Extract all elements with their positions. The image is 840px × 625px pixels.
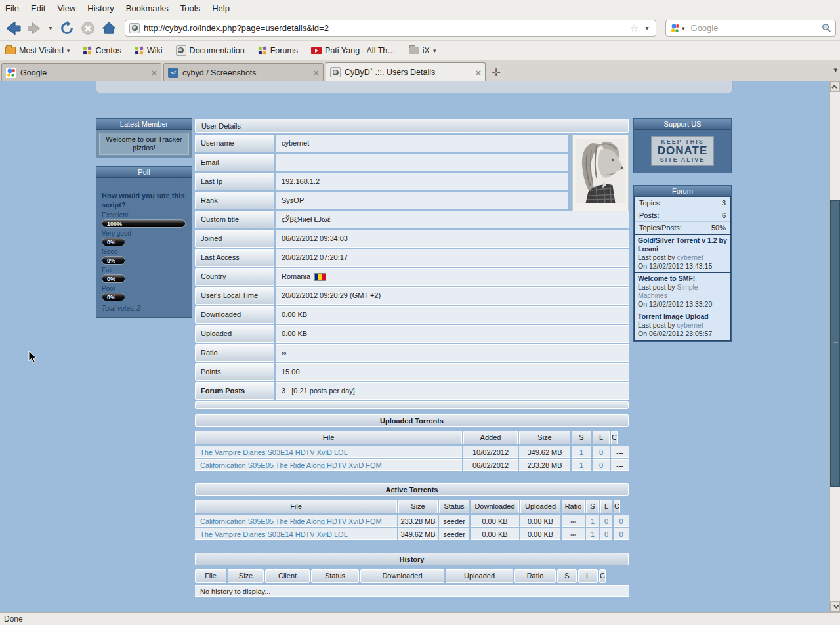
- reload-button[interactable]: [58, 19, 76, 37]
- torrent-size: 233.28 MB: [398, 515, 438, 527]
- scrollbar-down-button[interactable]: [830, 601, 840, 612]
- history-dropdown-button[interactable]: ▾: [46, 20, 55, 36]
- forward-button[interactable]: [25, 19, 43, 37]
- post-author[interactable]: cybernet: [677, 253, 704, 261]
- menu-tools[interactable]: Tools: [180, 3, 200, 13]
- seeders-link[interactable]: 1: [579, 462, 583, 469]
- forum-post-date: On 12/02/2012 13:43:15: [638, 262, 727, 270]
- search-engine-selector[interactable]: ▾: [670, 23, 688, 33]
- search-input[interactable]: Google: [691, 23, 819, 33]
- bookmark-forums[interactable]: Forums: [258, 46, 298, 55]
- search-magnifier-icon[interactable]: [822, 23, 831, 33]
- latest-member-message: Welcome to our Tracker pizdos!: [99, 133, 189, 155]
- seeders-link[interactable]: 1: [591, 517, 595, 525]
- forum-post-title[interactable]: Torrent Image Upload: [638, 312, 727, 321]
- tab-close-button[interactable]: ×: [313, 67, 319, 78]
- column-header: Uploaded: [520, 500, 560, 513]
- bookmark-documentation[interactable]: Documentation: [176, 45, 245, 56]
- navigation-toolbar: ▾ http://cybyd.ro/index.php?page=userdet…: [0, 16, 840, 41]
- url-dropdown-button[interactable]: ▾: [642, 20, 652, 36]
- scrollbar-thumb[interactable]: [830, 200, 840, 487]
- torrent-link[interactable]: Californication S05E05 The Ride Along HD…: [200, 462, 382, 469]
- menu-help[interactable]: Help: [212, 3, 230, 13]
- menu-bookmarks[interactable]: Bookmarks: [126, 3, 169, 13]
- forum-post-title[interactable]: Gold/Silver Torrent v 1.2 by Losmi: [638, 236, 727, 253]
- tab-users-details-active[interactable]: CyByD` .::. Users Details ×: [326, 62, 486, 81]
- page-scrollbar[interactable]: [830, 81, 840, 612]
- field-label: Country: [195, 268, 274, 286]
- menu-file[interactable]: File: [5, 3, 19, 13]
- bookmark-wiki[interactable]: Wiki: [135, 46, 163, 55]
- tab-google[interactable]: Google ×: [1, 63, 161, 81]
- tab-cybyd-screenshots[interactable]: sf cybyd / Screenshots ×: [163, 63, 324, 81]
- leechers-link[interactable]: 0: [604, 517, 608, 525]
- table-row: Custom titleçЎβξЯиęł ŁЈωέ: [195, 211, 629, 228]
- poll-result-bar: 0%: [102, 256, 125, 265]
- menu-view[interactable]: View: [57, 3, 75, 13]
- table-row: Californication S05E05 The Ride Along HD…: [195, 459, 629, 471]
- bookmark-ix-folder[interactable]: iX ▾: [409, 46, 436, 55]
- history-title: History: [195, 553, 629, 565]
- search-bar[interactable]: ▾ Google: [665, 20, 836, 37]
- new-tab-button[interactable]: ✛: [488, 64, 505, 80]
- url-text[interactable]: http://cybyd.ro/index.php?page=userdetai…: [144, 23, 626, 33]
- forum-post-date: On 06/02/2012 23:05:57: [638, 330, 727, 338]
- torrent-link[interactable]: The Vampire Diaries S03E14 HDTV XviD LOL: [200, 530, 348, 538]
- menu-edit[interactable]: Edit: [31, 3, 45, 13]
- scrollbar-up-button[interactable]: [830, 81, 840, 92]
- torrent-size: 349.62 MB: [398, 528, 438, 540]
- folder-icon: [5, 47, 16, 54]
- bookmark-star-icon[interactable]: ☆: [630, 22, 639, 34]
- post-author[interactable]: cybernet: [677, 321, 704, 329]
- bookmark-centos[interactable]: Centos: [83, 46, 121, 55]
- torrent-link[interactable]: Californication S05E05 The Ride Along HD…: [200, 517, 382, 525]
- stop-icon: [81, 21, 95, 35]
- torrent-link[interactable]: The Vampire Diaries S03E14 HDTV XviD LOL: [200, 448, 348, 456]
- bookmark-most-visited[interactable]: Most Visited ▾: [5, 46, 70, 55]
- tab-close-button[interactable]: ×: [151, 67, 157, 78]
- column-header: Downloaded: [360, 569, 444, 583]
- completed-link[interactable]: 0: [619, 517, 623, 525]
- leechers-link[interactable]: 0: [604, 530, 608, 538]
- column-header: S: [586, 500, 599, 513]
- table-row: The Vampire Diaries S03E14 HDTV XviD LOL…: [195, 528, 629, 540]
- bookmark-label: Wiki: [147, 46, 163, 55]
- column-header: C: [611, 431, 618, 444]
- donate-button[interactable]: KEEP THIS DONATE SITE ALIVE: [651, 136, 714, 166]
- field-label: Email: [195, 154, 274, 171]
- back-button[interactable]: [4, 19, 22, 37]
- forum-post-title[interactable]: Welcome to SMF!: [638, 274, 727, 283]
- uploaded-torrents-header: File Added Size S L C: [195, 431, 629, 444]
- tab-close-button[interactable]: ×: [475, 67, 481, 78]
- last-post-by-label: Last post by: [638, 253, 677, 261]
- stop-button[interactable]: [79, 19, 97, 37]
- field-label: Username: [195, 135, 274, 152]
- completed-link[interactable]: 0: [619, 530, 623, 538]
- seeders-link[interactable]: 1: [591, 530, 595, 538]
- field-label: Downloaded: [195, 306, 274, 324]
- chevron-down-icon: ▾: [433, 47, 436, 54]
- column-header: Client: [265, 569, 310, 583]
- stat-label: Topics:: [639, 199, 662, 207]
- added-date: 10/02/2012: [463, 446, 518, 458]
- bookmark-label: Forums: [270, 46, 298, 55]
- list-all-tabs-button[interactable]: ▾: [833, 66, 837, 74]
- menu-history[interactable]: History: [87, 3, 114, 13]
- forum-stat: Topics: 3: [635, 197, 730, 209]
- bookmark-pati-yang[interactable]: Pati Yang - All Th…: [311, 46, 396, 55]
- forum-box: Forum Topics: 3 Posts: 6 Topics/Posts: 5…: [633, 185, 732, 342]
- leechers-link[interactable]: 0: [599, 462, 603, 469]
- downloaded: 0.00 KB: [471, 515, 519, 527]
- search-engine-dropdown-icon: ▾: [682, 25, 685, 32]
- leechers-link[interactable]: 0: [599, 448, 603, 456]
- seeders-link[interactable]: 1: [579, 448, 583, 456]
- poll-option-label: Fair: [102, 267, 186, 274]
- latest-member-box: Latest Member Welcome to our Tracker piz…: [96, 118, 192, 158]
- url-bar[interactable]: http://cybyd.ro/index.php?page=userdetai…: [125, 20, 656, 37]
- bookmark-label: Pati Yang - All Th…: [325, 46, 396, 55]
- poll-question: How would you rate this script?: [102, 191, 186, 209]
- back-arrow-icon: [5, 20, 22, 37]
- uploaded-torrents-title: Uploaded Torrents: [195, 414, 629, 427]
- last-post-by-label: Last post by: [638, 283, 677, 291]
- home-button[interactable]: [100, 19, 118, 37]
